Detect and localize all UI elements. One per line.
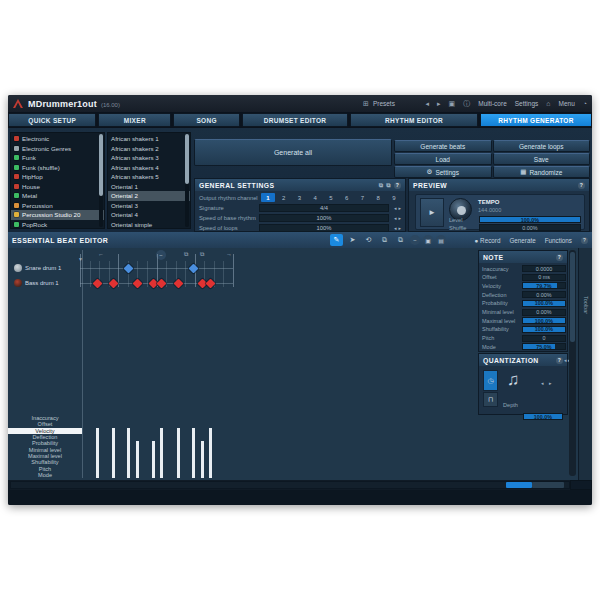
list-item[interactable]: African shakers 1	[108, 134, 190, 144]
stepper-arrows-icon[interactable]: ◂▸	[389, 215, 403, 221]
depth-value[interactable]: 100.0%	[523, 413, 563, 420]
channel-option-2[interactable]: 2	[277, 193, 291, 202]
tab-quick-setup[interactable]: QUICK SETUP	[8, 113, 96, 127]
velocity-bar[interactable]	[192, 428, 195, 478]
load-button[interactable]: Load	[394, 153, 492, 165]
stepper-arrows-icon[interactable]: ◂▸	[389, 205, 403, 211]
setting-value[interactable]: 100%	[259, 214, 389, 222]
channel-option-5[interactable]: 5	[324, 193, 338, 202]
generate-loops-button[interactable]: Generate loops	[493, 140, 591, 152]
scrollbar-extension[interactable]	[532, 482, 564, 488]
list-item[interactable]: Oriental 3	[108, 201, 190, 211]
list-item[interactable]: Percussion	[11, 201, 104, 211]
paste-icon[interactable]: ⧉	[386, 182, 391, 189]
note-row-value[interactable]: 100.0%	[522, 317, 566, 324]
channel-option-8[interactable]: 8	[371, 193, 385, 202]
copy-icon[interactable]: ⧉	[379, 182, 384, 189]
note-value-icon[interactable]: ♫	[507, 370, 520, 390]
home-icon[interactable]: ⌂	[546, 100, 550, 107]
list-item[interactable]: Electronic Genres	[11, 144, 104, 154]
preview-row-value[interactable]: 0.00%	[479, 224, 581, 231]
list-item[interactable]: HipHop	[11, 172, 104, 182]
melda-logo-icon[interactable]	[13, 99, 23, 108]
channel-option-1[interactable]: 1	[261, 193, 275, 202]
genre-scrollbar[interactable]	[99, 134, 103, 227]
remove-icon[interactable]: −	[156, 250, 166, 260]
track-row-snare[interactable]: Snare drum 1	[14, 264, 61, 272]
presets-grid-icon[interactable]: ⊞	[363, 100, 369, 108]
multicore-button[interactable]: Multi-core	[478, 100, 507, 107]
channel-option-4[interactable]: 4	[308, 193, 322, 202]
list-item[interactable]: Oriental 1	[108, 182, 190, 192]
randomize-button[interactable]: ▦Randomize	[493, 166, 591, 178]
track-row-bass[interactable]: Bass drum 1	[14, 279, 59, 287]
param-mode[interactable]: Mode	[8, 472, 82, 478]
folder-icon[interactable]: ▣	[423, 235, 433, 245]
panel-toggle-icon[interactable]: ▣	[449, 100, 456, 108]
note-row-value[interactable]: 0	[522, 335, 566, 342]
help-icon[interactable]: ?	[556, 254, 563, 261]
generate-all-button[interactable]: Generate all	[194, 139, 392, 166]
meter-icon[interactable]: ◔	[583, 100, 587, 107]
preview-row-value[interactable]: 100.0%	[479, 216, 581, 223]
velocity-bar[interactable]	[136, 441, 139, 479]
velocity-bar[interactable]	[177, 428, 180, 478]
note-row-value[interactable]: 100.0%	[522, 300, 566, 307]
note-row-value[interactable]: 75.0%	[522, 343, 566, 350]
help-icon[interactable]: ?	[394, 182, 401, 189]
help-icon[interactable]: ?	[578, 182, 585, 189]
settings-button[interactable]: ⚙Settings	[394, 166, 492, 178]
list-item[interactable]: House	[11, 182, 104, 192]
help-icon[interactable]: ?	[581, 237, 588, 244]
tab-song[interactable]: SONG	[173, 113, 240, 127]
velocity-bar[interactable]	[209, 428, 212, 478]
paste-icon[interactable]: ⧉	[394, 234, 407, 246]
list-item[interactable]: African shakers 2	[108, 144, 190, 154]
note-row-value[interactable]: 0 ms	[522, 274, 566, 281]
clear-icon[interactable]: −	[410, 235, 420, 245]
functions-button[interactable]: Functions	[545, 237, 572, 244]
list-item[interactable]: Metal	[11, 191, 104, 201]
setting-value[interactable]: 100%	[259, 224, 389, 232]
velocity-bar[interactable]	[112, 428, 115, 478]
tab-drumset-editor[interactable]: DRUMSET EDITOR	[242, 113, 348, 127]
save-button[interactable]: Save	[493, 153, 591, 165]
save-icon[interactable]: ▤	[436, 235, 446, 245]
setting-value[interactable]: 4/4	[259, 204, 389, 212]
velocity-bar[interactable]	[127, 428, 130, 478]
velocity-bar[interactable]	[160, 428, 163, 478]
velocity-bar[interactable]	[201, 441, 204, 479]
list-item[interactable]: African shakers 5	[108, 172, 190, 182]
list-item[interactable]: Oriental 2	[108, 191, 190, 201]
stepper-arrows-icon[interactable]: ◂▸	[389, 225, 403, 231]
tab-rhythm-generator[interactable]: RHYTHM GENERATOR	[480, 113, 592, 127]
channel-option-6[interactable]: 6	[340, 193, 354, 202]
scroll-corner[interactable]	[570, 480, 592, 490]
list-item[interactable]: PopRock	[11, 220, 104, 230]
list-item[interactable]: Oriental simple	[108, 220, 190, 230]
list-item[interactable]: Oriental 4	[108, 210, 190, 220]
channel-option-9[interactable]: 9	[387, 193, 401, 202]
note-value-arrows[interactable]: ◂ ▸	[541, 380, 553, 386]
list-item[interactable]: African shakers 4	[108, 163, 190, 173]
velocity-bar[interactable]	[96, 428, 99, 478]
list-item[interactable]: Funk (shuffle)	[11, 163, 104, 173]
editor-horizontal-scrollbar[interactable]	[10, 481, 570, 489]
list-item[interactable]: African shakers 3	[108, 153, 190, 163]
note-row-value[interactable]: 0.00%	[522, 309, 566, 316]
shift-left-icon[interactable]: ←	[98, 251, 104, 257]
list-item[interactable]: Funk	[11, 153, 104, 163]
menu-button[interactable]: Menu	[559, 100, 575, 107]
help-icon[interactable]: ?	[556, 357, 563, 364]
shift-right-icon[interactable]: →	[226, 251, 232, 257]
channel-option-7[interactable]: 7	[356, 193, 370, 202]
record-button[interactable]: ● Record	[475, 237, 501, 244]
tempo-value[interactable]: 144.0000	[478, 207, 501, 213]
generate-beats-button[interactable]: Generate beats	[394, 140, 492, 152]
paste-bar-icon[interactable]: ⧉	[200, 251, 204, 258]
tab-mixer[interactable]: MIXER	[98, 113, 171, 127]
pencil-tool-icon[interactable]: ✎	[330, 234, 343, 246]
generate-button[interactable]: Generate	[509, 237, 535, 244]
copy-bar-icon[interactable]: ⧉	[184, 251, 188, 258]
velocity-bar[interactable]	[152, 441, 155, 479]
